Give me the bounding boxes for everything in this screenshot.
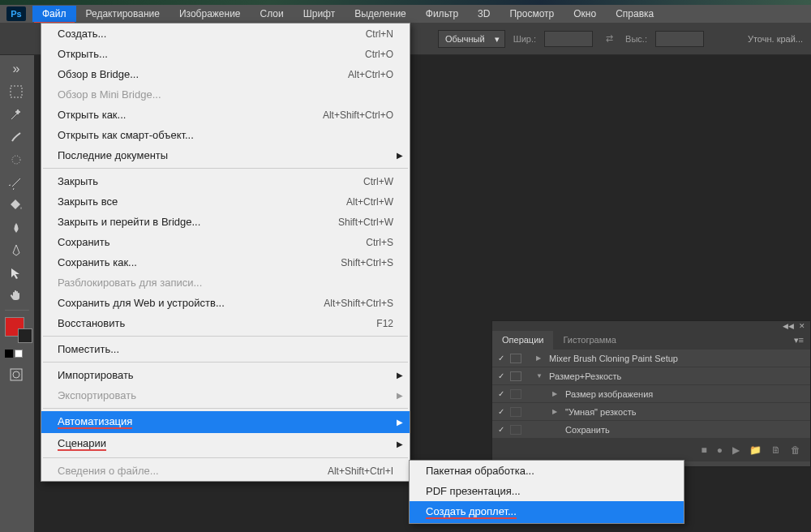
action-row[interactable]: ✓Сохранить	[492, 421, 810, 439]
tab-actions[interactable]: Операции	[492, 331, 553, 350]
menubar: Ps ФайлРедактированиеИзображениеСлоиШриф…	[0, 5, 811, 23]
panel-menu-icon[interactable]: ▾≡	[787, 331, 810, 350]
action-label: Размер изображения	[564, 389, 810, 399]
menu-item[interactable]: Сохранить для Web и устройств...Alt+Shif…	[41, 293, 410, 313]
expand-icon[interactable]: ▶	[536, 354, 544, 362]
action-row[interactable]: ✓▶"Умная" резкость	[492, 403, 810, 421]
menu-фильтр[interactable]: Фильтр	[416, 6, 468, 22]
menu-item[interactable]: Импортировать▶	[41, 365, 410, 385]
new-action-icon[interactable]: 🗎	[771, 444, 781, 456]
tab-histogram[interactable]: Гистограмма	[553, 331, 626, 350]
stop-icon[interactable]: ■	[702, 444, 707, 456]
healing-brush-tool-icon[interactable]	[2, 149, 31, 170]
menu-item[interactable]: ЗакрытьCtrl+W	[41, 171, 410, 191]
refine-edge-button[interactable]: Уточн. край...	[748, 34, 803, 44]
menu-слои[interactable]: Слои	[251, 6, 294, 22]
automation-submenu: Пакетная обработка...PDF презентация...С…	[409, 460, 684, 524]
history-brush-tool-icon[interactable]	[2, 172, 31, 193]
menu-item[interactable]: Закрыть всеAlt+Ctrl+W	[41, 191, 410, 212]
panel-tabs: Операции Гистограмма ▾≡	[492, 331, 810, 350]
action-toggle-icon[interactable]: ✓	[496, 389, 507, 398]
expand-icon[interactable]: ▶	[552, 390, 560, 397]
action-dialog-icon[interactable]	[510, 407, 521, 417]
menu-шрифт[interactable]: Шрифт	[294, 6, 345, 22]
menu-выделение[interactable]: Выделение	[345, 6, 416, 22]
default-colors-icon[interactable]	[5, 350, 32, 358]
submenu-item[interactable]: PDF презентация...	[410, 481, 684, 501]
panel-dragbar[interactable]: ◀◀✕	[492, 321, 810, 331]
height-label: Выс.:	[625, 34, 647, 44]
hand-tool-icon[interactable]	[2, 285, 31, 307]
menu-редактирование[interactable]: Редактирование	[76, 6, 169, 22]
menu-изображение[interactable]: Изображение	[169, 6, 251, 22]
action-dialog-icon[interactable]	[510, 354, 521, 363]
action-toggle-icon[interactable]: ✓	[496, 371, 507, 380]
menu-файл[interactable]: Файл	[32, 6, 76, 22]
action-label: Размер+Резкость	[547, 371, 810, 381]
background-color-swatch[interactable]	[18, 328, 32, 343]
menu-3d[interactable]: 3D	[468, 6, 500, 22]
new-folder-icon[interactable]: 📁	[749, 444, 762, 456]
svg-rect-0	[11, 86, 22, 97]
app-logo: Ps	[6, 6, 26, 21]
menu-просмотр[interactable]: Просмотр	[500, 6, 564, 22]
close-icon[interactable]: ✕	[799, 322, 805, 330]
menu-item[interactable]: Обзор в Bridge...Alt+Ctrl+O	[41, 64, 410, 84]
svg-point-3	[13, 371, 19, 378]
menu-item[interactable]: Автоматизация▶	[41, 411, 410, 433]
paint-bucket-tool-icon[interactable]	[2, 195, 31, 216]
action-row[interactable]: ✓▶Размер изображения	[492, 385, 810, 403]
brush-tool-icon[interactable]	[2, 127, 31, 148]
menu-item[interactable]: Поместить...	[41, 339, 410, 359]
menu-item[interactable]: Сохранить как...Shift+Ctrl+S	[41, 252, 410, 272]
action-row[interactable]: ✓▶Mixer Brush Cloning Paint Setup	[492, 350, 810, 367]
move-tool-icon[interactable]	[2, 263, 31, 284]
action-toggle-icon[interactable]: ✓	[496, 425, 507, 434]
expand-toolbar-icon[interactable]: »	[2, 58, 31, 79]
record-icon[interactable]: ●	[717, 444, 723, 456]
actions-panel-footer: ■●▶📁🗎🗑	[492, 439, 810, 461]
width-field[interactable]	[544, 31, 593, 47]
menu-item: Экспортировать▶	[41, 385, 410, 405]
menu-item[interactable]: Открыть как смарт-объект...	[41, 125, 410, 145]
action-label: "Умная" резкость	[564, 407, 810, 417]
file-menu-dropdown: Создать...Ctrl+NОткрыть...Ctrl+OОбзор в …	[41, 23, 410, 482]
quickmask-icon[interactable]	[2, 364, 31, 385]
menu-item[interactable]: Закрыть и перейти в Bridge...Shift+Ctrl+…	[41, 212, 410, 232]
tools-palette: »	[0, 55, 34, 388]
menu-item: Обзор в Mini Bridge...	[41, 84, 410, 105]
menu-справка[interactable]: Справка	[606, 6, 663, 22]
marquee-tool-icon[interactable]	[2, 81, 31, 102]
submenu-item[interactable]: Пакетная обработка...	[410, 461, 684, 481]
play-icon[interactable]: ▶	[732, 444, 740, 456]
action-toggle-icon[interactable]: ✓	[496, 407, 507, 416]
menu-item[interactable]: Открыть...Ctrl+O	[41, 44, 410, 64]
action-row[interactable]: ✓▼Размер+Резкость	[492, 367, 810, 385]
menu-item[interactable]: Сценарии▶	[41, 433, 410, 455]
menu-item[interactable]: ВосстановитьF12	[41, 313, 410, 333]
menu-item[interactable]: Открыть как...Alt+Shift+Ctrl+O	[41, 105, 410, 125]
pen-tool-icon[interactable]	[2, 240, 31, 261]
svg-point-1	[12, 156, 20, 164]
menu-окно[interactable]: Окно	[564, 6, 606, 22]
action-label: Mixer Brush Cloning Paint Setup	[547, 354, 810, 363]
blur-tool-icon[interactable]	[2, 217, 31, 238]
submenu-item[interactable]: Создать дроплет...	[410, 501, 684, 523]
menu-item[interactable]: СохранитьCtrl+S	[41, 232, 410, 252]
expand-icon[interactable]: ▼	[536, 372, 544, 380]
action-dialog-icon[interactable]	[510, 425, 521, 435]
action-dialog-icon[interactable]	[510, 371, 521, 381]
trash-icon[interactable]: 🗑	[791, 444, 800, 456]
action-label: Сохранить	[564, 425, 810, 435]
blend-mode-dropdown[interactable]: Обычный	[438, 30, 505, 48]
menu-item[interactable]: Создать...Ctrl+N	[41, 24, 410, 44]
action-dialog-icon[interactable]	[510, 389, 521, 399]
height-field[interactable]	[655, 31, 704, 47]
menu-item[interactable]: Последние документы▶	[41, 145, 410, 165]
expand-icon[interactable]: ▶	[552, 408, 560, 415]
swap-icon[interactable]: ⇄	[601, 31, 617, 47]
magic-wand-tool-icon[interactable]	[2, 104, 31, 125]
action-toggle-icon[interactable]: ✓	[496, 354, 507, 363]
collapse-icon[interactable]: ◀◀	[783, 322, 794, 330]
actions-panel: ◀◀✕ Операции Гистограмма ▾≡ ✓▶Mixer Brus…	[491, 320, 811, 467]
